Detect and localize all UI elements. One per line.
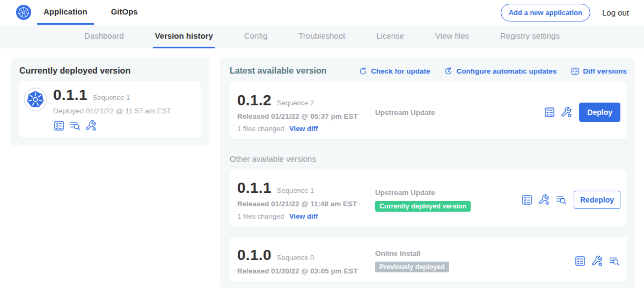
- top-tabs: Application GitOps: [37, 0, 144, 25]
- tab-application[interactable]: Application: [37, 0, 94, 25]
- subtab-license[interactable]: License: [375, 25, 406, 48]
- released-timestamp: Released 01/21/22 @ 05:37 pm EST: [237, 112, 375, 120]
- logout-button[interactable]: Log out: [602, 8, 629, 17]
- add-application-button[interactable]: Add a new application: [501, 4, 590, 21]
- files-changed: 1 files changed: [237, 212, 284, 220]
- version-number: 0.1.2: [237, 92, 272, 109]
- version-sequence: Sequence 2: [277, 99, 314, 107]
- version-card-0-1-2: 0.1.2 Sequence 2 Released 01/21/22 @ 05:…: [230, 82, 627, 139]
- release-notes-icon[interactable]: [53, 120, 65, 132]
- release-notes-icon[interactable]: [574, 255, 586, 267]
- release-notes-icon[interactable]: [521, 194, 533, 206]
- files-changed: 1 files changed: [237, 125, 284, 133]
- deploy-logs-icon[interactable]: [609, 255, 620, 267]
- version-history-panel: Latest available version Check for updat…: [220, 58, 635, 288]
- currently-deployed-badge: Currently deployed version: [375, 201, 471, 212]
- refresh-icon: [358, 67, 368, 76]
- version-card-0-1-1: 0.1.1 Sequence 1 Released 01/21/22 @ 11:…: [230, 170, 627, 227]
- version-card-0-1-0: 0.1.0 Sequence 0 Released 01/20/22 @ 03:…: [230, 237, 627, 282]
- version-sequence: Sequence 1: [277, 186, 314, 194]
- redeploy-button[interactable]: Redeploy: [574, 191, 620, 209]
- subtab-config[interactable]: Config: [243, 25, 269, 48]
- kubernetes-logo-icon: [16, 0, 31, 25]
- subtab-registry-settings[interactable]: Registry settings: [499, 25, 561, 48]
- diff-icon: [570, 67, 580, 76]
- previously-deployed-badge: Previously deployed: [375, 262, 449, 272]
- deploy-logs-icon[interactable]: [555, 194, 567, 206]
- view-diff-link[interactable]: View diff: [289, 125, 318, 133]
- deploy-logs-icon[interactable]: [69, 120, 81, 132]
- deployed-version-card: 0.1.1 Sequence 1 Deployed 01/21/22 @ 11:…: [19, 81, 201, 138]
- top-nav: Application GitOps Add a new application…: [0, 0, 644, 25]
- subtab-view-files[interactable]: View files: [434, 25, 471, 48]
- tab-gitops[interactable]: GitOps: [105, 0, 144, 25]
- version-number: 0.1.1: [237, 179, 272, 197]
- subtab-troubleshoot[interactable]: Troubleshoot: [297, 25, 347, 48]
- app-subnav: Dashboard Version history Config Trouble…: [0, 25, 644, 48]
- check-for-update-link[interactable]: Check for update: [358, 67, 430, 76]
- version-source: Online Install: [375, 249, 574, 257]
- currently-deployed-title: Currently deployed version: [19, 66, 201, 76]
- deployed-version-number: 0.1.1: [53, 86, 87, 104]
- other-versions-title: Other available versions: [230, 154, 627, 163]
- released-timestamp: Released 01/20/22 @ 03:05 pm EST: [237, 267, 375, 275]
- deploy-button[interactable]: Deploy: [579, 103, 620, 122]
- deployed-sequence: Sequence 1: [93, 93, 130, 102]
- diff-versions-link[interactable]: Diff versions: [570, 67, 627, 76]
- deployed-timestamp: Deployed 01/21/22 @ 11:57 am EST: [53, 107, 171, 115]
- version-number: 0.1.0: [237, 247, 272, 264]
- subtab-version-history[interactable]: Version history: [153, 25, 214, 48]
- schedule-icon: [444, 67, 453, 76]
- version-source: Upstream Update: [375, 189, 521, 197]
- main-content: Currently deployed version 0.1.1 Sequenc…: [11, 58, 635, 288]
- view-diff-link[interactable]: View diff: [289, 212, 318, 220]
- edit-config-icon[interactable]: [561, 106, 573, 118]
- app-logo-icon: [24, 88, 47, 111]
- subtab-dashboard[interactable]: Dashboard: [83, 25, 125, 48]
- check-for-update-label: Check for update: [371, 67, 430, 75]
- edit-config-icon[interactable]: [591, 255, 603, 267]
- latest-version-title: Latest available version: [230, 66, 327, 76]
- configure-automatic-updates-link[interactable]: Configure automatic updates: [444, 67, 557, 76]
- release-notes-icon[interactable]: [544, 106, 555, 118]
- diff-versions-label: Diff versions: [583, 67, 627, 75]
- edit-config-icon[interactable]: [85, 120, 97, 132]
- version-sequence: Sequence 0: [277, 254, 314, 262]
- configure-automatic-updates-label: Configure automatic updates: [456, 67, 557, 75]
- version-source: Upstream Update: [375, 109, 544, 117]
- currently-deployed-panel: Currently deployed version 0.1.1 Sequenc…: [11, 58, 209, 146]
- released-timestamp: Released 01/21/22 @ 11:48 am EST: [237, 200, 375, 208]
- edit-config-icon[interactable]: [538, 194, 550, 206]
